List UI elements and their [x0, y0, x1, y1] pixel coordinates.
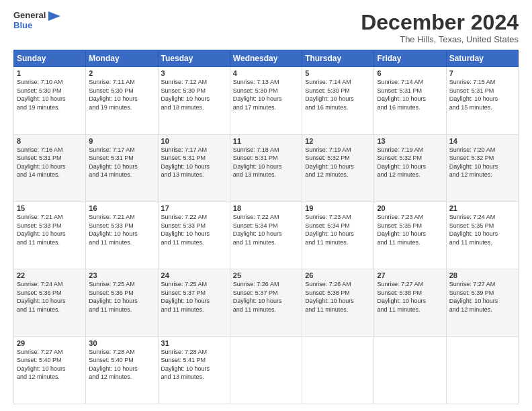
col-thursday: Thursday — [302, 50, 374, 67]
day-info: Sunrise: 7:23 AM Sunset: 5:35 PM Dayligh… — [377, 213, 443, 246]
day-info: Sunrise: 7:23 AM Sunset: 5:34 PM Dayligh… — [305, 213, 371, 246]
table-row — [302, 336, 374, 404]
table-row — [446, 336, 518, 404]
calendar-table: Sunday Monday Tuesday Wednesday Thursday… — [13, 50, 519, 404]
day-info: Sunrise: 7:27 AM Sunset: 5:40 PM Dayligh… — [17, 348, 83, 381]
table-row: 13Sunrise: 7:19 AM Sunset: 5:32 PM Dayli… — [374, 134, 446, 201]
col-monday: Monday — [86, 50, 158, 67]
day-number: 15 — [17, 204, 83, 212]
table-row: 20Sunrise: 7:23 AM Sunset: 5:35 PM Dayli… — [374, 201, 446, 269]
week-row-4: 22Sunrise: 7:24 AM Sunset: 5:36 PM Dayli… — [14, 269, 519, 336]
day-info: Sunrise: 7:25 AM Sunset: 5:37 PM Dayligh… — [161, 280, 227, 314]
day-number: 22 — [17, 271, 83, 279]
logo: General Blue — [13, 11, 60, 30]
day-number: 20 — [377, 204, 443, 212]
day-info: Sunrise: 7:16 AM Sunset: 5:31 PM Dayligh… — [17, 146, 83, 179]
table-row: 22Sunrise: 7:24 AM Sunset: 5:36 PM Dayli… — [14, 269, 86, 336]
col-wednesday: Wednesday — [230, 50, 302, 67]
table-row: 19Sunrise: 7:23 AM Sunset: 5:34 PM Dayli… — [302, 201, 374, 269]
header: General Blue December 2024 The Hills, Te… — [13, 11, 519, 44]
table-row: 10Sunrise: 7:17 AM Sunset: 5:31 PM Dayli… — [158, 134, 230, 201]
day-info: Sunrise: 7:13 AM Sunset: 5:30 PM Dayligh… — [233, 78, 299, 111]
table-row: 8Sunrise: 7:16 AM Sunset: 5:31 PM Daylig… — [14, 134, 86, 201]
table-row: 4Sunrise: 7:13 AM Sunset: 5:30 PM Daylig… — [230, 67, 302, 134]
day-info: Sunrise: 7:20 AM Sunset: 5:32 PM Dayligh… — [449, 146, 515, 179]
day-number: 2 — [89, 69, 154, 77]
table-row: 16Sunrise: 7:21 AM Sunset: 5:33 PM Dayli… — [86, 201, 158, 269]
table-row: 23Sunrise: 7:25 AM Sunset: 5:36 PM Dayli… — [86, 269, 158, 336]
day-info: Sunrise: 7:11 AM Sunset: 5:30 PM Dayligh… — [89, 78, 154, 111]
table-row: 12Sunrise: 7:19 AM Sunset: 5:32 PM Dayli… — [302, 134, 374, 201]
col-friday: Friday — [374, 50, 446, 67]
day-info: Sunrise: 7:22 AM Sunset: 5:34 PM Dayligh… — [233, 213, 299, 246]
day-number: 4 — [233, 69, 299, 77]
table-row: 5Sunrise: 7:14 AM Sunset: 5:30 PM Daylig… — [302, 67, 374, 134]
day-number: 3 — [161, 69, 227, 77]
table-row: 6Sunrise: 7:14 AM Sunset: 5:31 PM Daylig… — [374, 67, 446, 134]
day-info: Sunrise: 7:14 AM Sunset: 5:31 PM Dayligh… — [377, 78, 443, 111]
table-row: 1Sunrise: 7:10 AM Sunset: 5:30 PM Daylig… — [14, 67, 86, 134]
table-row: 11Sunrise: 7:18 AM Sunset: 5:31 PM Dayli… — [230, 134, 302, 201]
table-row: 26Sunrise: 7:26 AM Sunset: 5:38 PM Dayli… — [302, 269, 374, 336]
col-tuesday: Tuesday — [158, 50, 230, 67]
day-number: 18 — [233, 204, 299, 212]
col-saturday: Saturday — [446, 50, 518, 67]
day-info: Sunrise: 7:24 AM Sunset: 5:36 PM Dayligh… — [17, 280, 83, 314]
subtitle: The Hills, Texas, United States — [361, 34, 519, 44]
day-info: Sunrise: 7:14 AM Sunset: 5:30 PM Dayligh… — [305, 78, 371, 111]
day-number: 6 — [377, 69, 443, 77]
day-info: Sunrise: 7:15 AM Sunset: 5:31 PM Dayligh… — [449, 78, 515, 111]
day-info: Sunrise: 7:22 AM Sunset: 5:33 PM Dayligh… — [161, 213, 227, 246]
day-info: Sunrise: 7:28 AM Sunset: 5:40 PM Dayligh… — [89, 348, 154, 381]
table-row: 27Sunrise: 7:27 AM Sunset: 5:38 PM Dayli… — [374, 269, 446, 336]
day-info: Sunrise: 7:24 AM Sunset: 5:35 PM Dayligh… — [449, 213, 515, 246]
day-info: Sunrise: 7:25 AM Sunset: 5:36 PM Dayligh… — [89, 280, 154, 314]
day-number: 8 — [17, 137, 83, 145]
table-row — [374, 336, 446, 404]
table-row: 24Sunrise: 7:25 AM Sunset: 5:37 PM Dayli… — [158, 269, 230, 336]
day-number: 16 — [89, 204, 154, 212]
day-number: 7 — [449, 69, 515, 77]
table-row: 25Sunrise: 7:26 AM Sunset: 5:37 PM Dayli… — [230, 269, 302, 336]
table-row: 14Sunrise: 7:20 AM Sunset: 5:32 PM Dayli… — [446, 134, 518, 201]
day-number: 12 — [305, 137, 371, 145]
week-row-3: 15Sunrise: 7:21 AM Sunset: 5:33 PM Dayli… — [14, 201, 519, 269]
day-info: Sunrise: 7:17 AM Sunset: 5:31 PM Dayligh… — [161, 146, 227, 179]
day-number: 25 — [233, 271, 299, 279]
table-row: 21Sunrise: 7:24 AM Sunset: 5:35 PM Dayli… — [446, 201, 518, 269]
day-number: 11 — [233, 137, 299, 145]
title-section: December 2024 The Hills, Texas, United S… — [361, 11, 519, 44]
day-number: 1 — [17, 69, 83, 77]
day-number: 10 — [161, 137, 227, 145]
table-row — [230, 336, 302, 404]
table-row: 30Sunrise: 7:28 AM Sunset: 5:40 PM Dayli… — [86, 336, 158, 404]
table-row: 15Sunrise: 7:21 AM Sunset: 5:33 PM Dayli… — [14, 201, 86, 269]
page: General Blue December 2024 The Hills, Te… — [0, 0, 532, 411]
day-number: 30 — [89, 339, 154, 347]
day-info: Sunrise: 7:12 AM Sunset: 5:30 PM Dayligh… — [161, 78, 227, 111]
day-info: Sunrise: 7:17 AM Sunset: 5:31 PM Dayligh… — [89, 146, 154, 179]
day-info: Sunrise: 7:26 AM Sunset: 5:38 PM Dayligh… — [305, 280, 371, 314]
table-row: 17Sunrise: 7:22 AM Sunset: 5:33 PM Dayli… — [158, 201, 230, 269]
week-row-5: 29Sunrise: 7:27 AM Sunset: 5:40 PM Dayli… — [14, 336, 519, 404]
day-number: 26 — [305, 271, 371, 279]
week-row-2: 8Sunrise: 7:16 AM Sunset: 5:31 PM Daylig… — [14, 134, 519, 201]
day-number: 14 — [449, 137, 515, 145]
day-number: 29 — [17, 339, 83, 347]
week-row-1: 1Sunrise: 7:10 AM Sunset: 5:30 PM Daylig… — [14, 67, 519, 134]
day-number: 5 — [305, 69, 371, 77]
day-info: Sunrise: 7:28 AM Sunset: 5:41 PM Dayligh… — [161, 348, 227, 381]
col-sunday: Sunday — [14, 50, 86, 67]
day-info: Sunrise: 7:18 AM Sunset: 5:31 PM Dayligh… — [233, 146, 299, 179]
day-info: Sunrise: 7:10 AM Sunset: 5:30 PM Dayligh… — [17, 78, 83, 111]
day-info: Sunrise: 7:19 AM Sunset: 5:32 PM Dayligh… — [377, 146, 443, 179]
main-title: December 2024 — [361, 11, 519, 34]
table-row: 9Sunrise: 7:17 AM Sunset: 5:31 PM Daylig… — [86, 134, 158, 201]
table-row: 18Sunrise: 7:22 AM Sunset: 5:34 PM Dayli… — [230, 201, 302, 269]
day-number: 9 — [89, 137, 154, 145]
day-info: Sunrise: 7:26 AM Sunset: 5:37 PM Dayligh… — [233, 280, 299, 314]
day-info: Sunrise: 7:27 AM Sunset: 5:38 PM Dayligh… — [377, 280, 443, 314]
table-row: 2Sunrise: 7:11 AM Sunset: 5:30 PM Daylig… — [86, 67, 158, 134]
day-number: 31 — [161, 339, 227, 347]
day-number: 13 — [377, 137, 443, 145]
